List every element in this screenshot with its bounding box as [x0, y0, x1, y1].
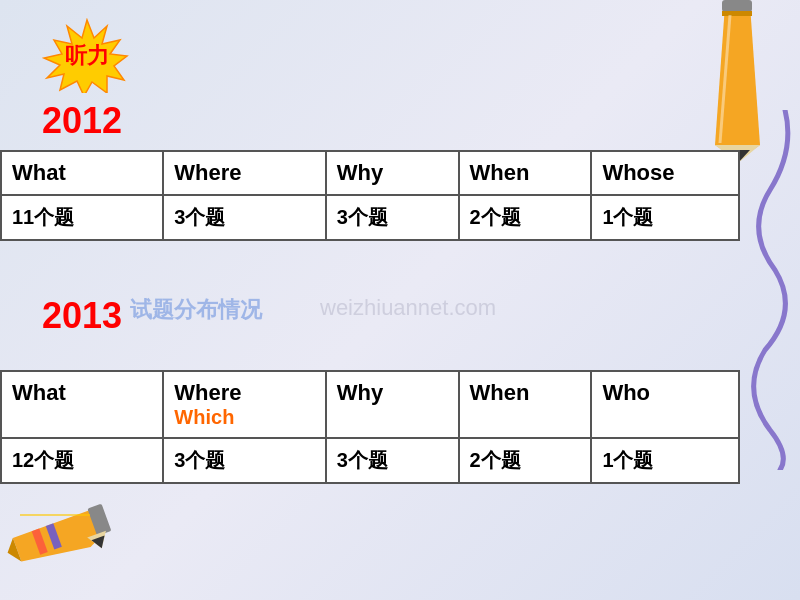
header-what: What	[1, 151, 163, 195]
year-2013-label: 2013	[42, 295, 122, 337]
cell-when-count: 2个题	[459, 195, 592, 240]
svg-rect-2	[722, 0, 752, 12]
header-whose: Whose	[591, 151, 739, 195]
cell-where-count: 3个题	[163, 195, 325, 240]
year-2012-label: 2012	[42, 100, 122, 142]
cell-what-count: 11个题	[1, 195, 163, 240]
header-when: When	[459, 151, 592, 195]
header2-when: When	[459, 371, 592, 438]
pencil-bottom-icon	[5, 490, 125, 580]
header-where: Where	[163, 151, 325, 195]
header-why: Why	[326, 151, 459, 195]
page: 听力 2012 2013 试题分布情况 weizhiuannet.com	[0, 0, 800, 600]
table-header-row-2: What Where Which Why When Who	[1, 371, 739, 438]
star-badge: 听力	[42, 18, 132, 93]
which-label: Which	[174, 406, 314, 429]
cell-whose-count: 1个题	[591, 195, 739, 240]
header2-why: Why	[326, 371, 459, 438]
table-2012: What Where Why When Whose 11个题 3个题 3个题 2…	[0, 150, 740, 241]
table-data-row: 11个题 3个题 3个题 2个题 1个题	[1, 195, 739, 240]
table-2013: What Where Which Why When Who 12个题 3个题 3…	[0, 370, 740, 484]
watermark-domain: weizhiuannet.com	[320, 295, 496, 321]
svg-rect-3	[722, 11, 752, 16]
table-header-row: What Where Why When Whose	[1, 151, 739, 195]
pencil-top-icon	[700, 0, 775, 165]
table-data-row-2: 12个题 3个题 3个题 2个题 1个题	[1, 438, 739, 483]
cell2-why-count: 3个题	[326, 438, 459, 483]
header2-where-which: Where Which	[163, 371, 325, 438]
where-label: Where	[174, 380, 241, 405]
stats-table-2012: What Where Why When Whose 11个题 3个题 3个题 2…	[0, 150, 740, 241]
badge-text: 听力	[65, 45, 109, 67]
cell-why-count: 3个题	[326, 195, 459, 240]
cell2-who-count: 1个题	[591, 438, 739, 483]
watermark-text: 试题分布情况	[130, 295, 262, 325]
cell2-what-count: 12个题	[1, 438, 163, 483]
cell2-when-count: 2个题	[459, 438, 592, 483]
header2-what: What	[1, 371, 163, 438]
header2-who: Who	[591, 371, 739, 438]
stats-table-2013: What Where Which Why When Who 12个题 3个题 3…	[0, 370, 740, 484]
cell2-where-count: 3个题	[163, 438, 325, 483]
